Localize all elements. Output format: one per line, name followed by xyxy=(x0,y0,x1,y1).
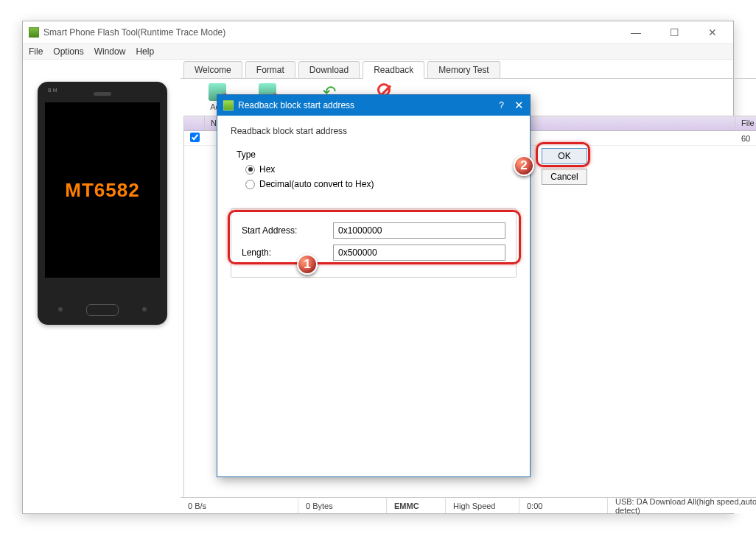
th-check[interactable] xyxy=(184,116,205,130)
side-pane: BM MT6582 xyxy=(23,60,181,513)
tab-memtest[interactable]: Memory Test xyxy=(427,61,500,78)
tab-format[interactable]: Format xyxy=(245,61,295,78)
status-mode: High Speed xyxy=(446,498,519,513)
th-file[interactable]: File xyxy=(735,116,756,130)
callout-marker-1: 1 xyxy=(297,254,318,275)
dialog-group-label: Readback block start address xyxy=(231,126,517,136)
status-storage: EMMC xyxy=(387,498,446,513)
dialog-body: Readback block start address Type Hex De… xyxy=(217,116,530,477)
dialog-help-icon[interactable]: ? xyxy=(499,100,504,110)
chip-label: MT6582 xyxy=(65,179,139,202)
callout-1-highlight xyxy=(228,210,521,264)
dialog-close-icon[interactable]: ✕ xyxy=(514,99,524,112)
callout-2-highlight xyxy=(536,142,590,167)
phone-softkey-right-icon xyxy=(142,307,147,312)
app-icon xyxy=(29,27,39,38)
status-time: 0:00 xyxy=(519,498,608,513)
radio-hex-label: Hex xyxy=(259,164,275,175)
window-controls: — ☐ ✕ xyxy=(626,25,727,40)
tabs: Welcome Format Download Readback Memory … xyxy=(181,60,756,79)
type-groupbox: Type Hex Decimal(auto convert to Hex) xyxy=(231,142,517,203)
phone-home-icon xyxy=(86,304,119,316)
radio-decimal-icon xyxy=(245,180,255,189)
row-checkbox[interactable] xyxy=(190,133,200,142)
radio-decimal[interactable]: Decimal(auto convert to Hex) xyxy=(245,179,506,189)
statusbar: 0 B/s 0 Bytes EMMC High Speed 0:00 USB: … xyxy=(181,497,756,513)
dialog-titlebar[interactable]: Readback block start address ? ✕ xyxy=(217,95,530,116)
dialog-buttons: OK Cancel 2 xyxy=(542,148,587,185)
tab-download[interactable]: Download xyxy=(298,61,360,78)
menu-file[interactable]: File xyxy=(29,46,43,57)
tab-welcome[interactable]: Welcome xyxy=(183,61,242,78)
status-speed: 0 B/s xyxy=(181,498,298,513)
radio-hex[interactable]: Hex xyxy=(245,164,506,175)
minimize-button[interactable]: — xyxy=(626,25,646,40)
dialog-title: Readback block start address xyxy=(238,100,354,110)
radio-hex-icon xyxy=(245,165,255,175)
readback-address-dialog: Readback block start address ? ✕ Readbac… xyxy=(217,94,531,477)
titlebar: Smart Phone Flash Tool(Runtime Trace Mod… xyxy=(23,21,733,43)
dialog-icon xyxy=(223,100,234,110)
window-title: Smart Phone Flash Tool(Runtime Trace Mod… xyxy=(43,27,225,38)
menu-options[interactable]: Options xyxy=(53,46,83,57)
row-file: 60 xyxy=(735,134,756,143)
callout-marker-2: 2 xyxy=(514,155,534,176)
cancel-button[interactable]: Cancel xyxy=(542,169,587,185)
phone-screen: MT6582 xyxy=(45,102,160,278)
status-bytes: 0 Bytes xyxy=(298,498,387,513)
menu-window[interactable]: Window xyxy=(94,46,126,57)
menu-help[interactable]: Help xyxy=(136,46,154,57)
phone-speaker-icon xyxy=(94,92,111,96)
phone-brand: BM xyxy=(48,88,59,93)
radio-decimal-label: Decimal(auto convert to Hex) xyxy=(259,179,374,189)
maximize-button[interactable]: ☐ xyxy=(664,25,685,40)
status-usb: USB: DA Download All(high speed,auto det… xyxy=(608,498,756,513)
close-button[interactable]: ✕ xyxy=(702,25,723,40)
tab-readback[interactable]: Readback xyxy=(363,61,424,79)
phone-softkey-left-icon xyxy=(58,307,63,312)
phone-graphic: BM MT6582 xyxy=(38,82,167,325)
type-label: Type xyxy=(237,150,256,160)
menubar: File Options Window Help xyxy=(23,43,733,60)
